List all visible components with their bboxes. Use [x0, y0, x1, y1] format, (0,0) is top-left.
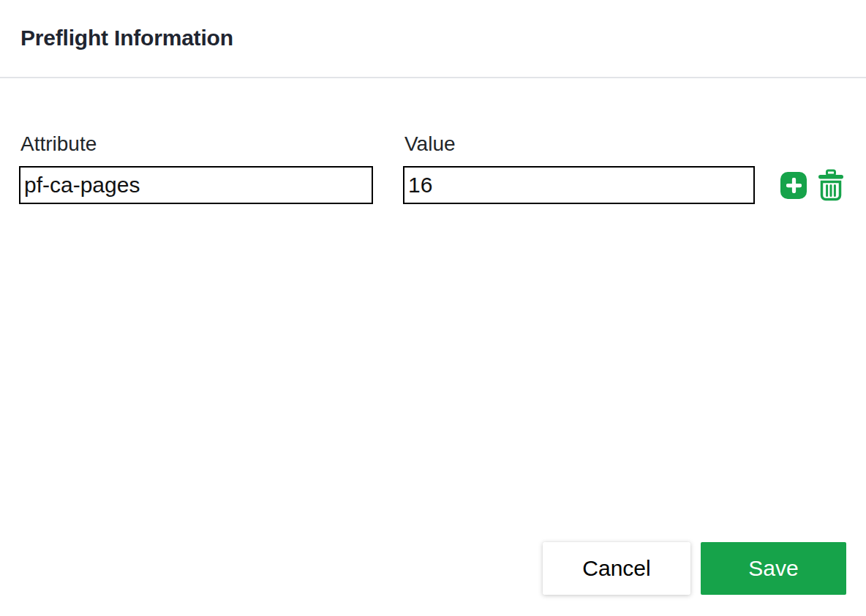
save-button[interactable]: Save: [701, 542, 846, 595]
form-content: Attribute Value: [0, 78, 866, 204]
value-input[interactable]: [403, 166, 755, 204]
add-row-button[interactable]: [780, 172, 807, 199]
cancel-button[interactable]: Cancel: [543, 542, 690, 595]
row-actions: [780, 166, 846, 204]
footer-actions: Cancel Save: [543, 542, 846, 595]
page-header: Preflight Information: [0, 0, 866, 49]
trash-icon: [816, 169, 846, 202]
attribute-input[interactable]: [19, 166, 373, 204]
attribute-value-row: Attribute Value: [19, 132, 846, 204]
value-field-group: Value: [403, 132, 755, 204]
page-title: Preflight Information: [20, 27, 866, 49]
delete-row-button[interactable]: [816, 169, 846, 202]
plus-icon: [786, 178, 802, 193]
value-label: Value: [404, 132, 755, 157]
attribute-field-group: Attribute: [19, 132, 373, 204]
attribute-label: Attribute: [20, 132, 373, 157]
